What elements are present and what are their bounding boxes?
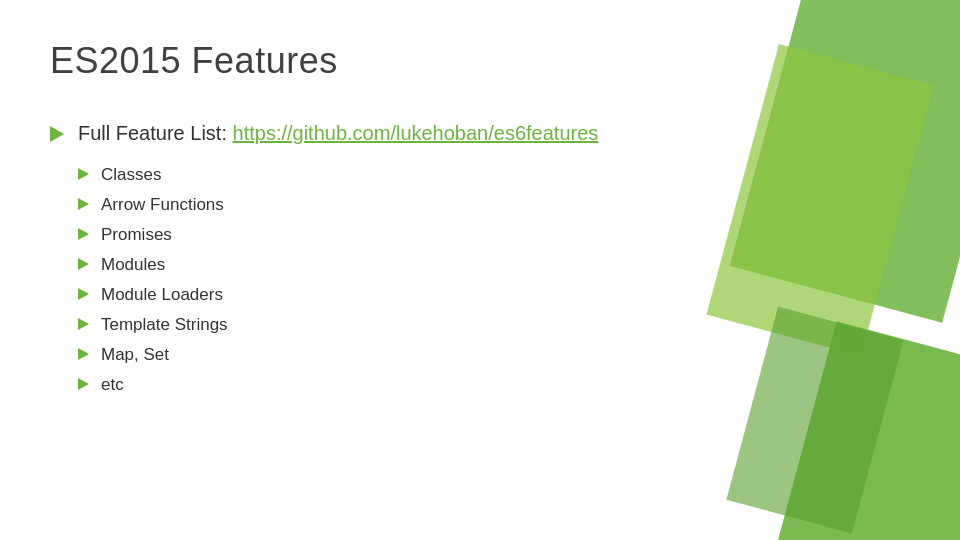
sub-bullet-marker <box>78 198 89 210</box>
sub-bullet-text: Module Loaders <box>101 285 223 305</box>
slide-title: ES2015 Features <box>50 40 910 82</box>
main-bullet-prefix: Full Feature List: <box>78 122 233 144</box>
slide-content: ES2015 Features Full Feature List: https… <box>0 0 960 540</box>
sub-bullet-text: Modules <box>101 255 165 275</box>
sub-bullet-item: etc <box>78 375 910 395</box>
sub-bullet-item: Module Loaders <box>78 285 910 305</box>
sub-bullet-marker <box>78 288 89 300</box>
sub-bullet-marker <box>78 228 89 240</box>
sub-bullet-item: Promises <box>78 225 910 245</box>
sub-bullet-item: Modules <box>78 255 910 275</box>
main-bullet-text: Full Feature List: https://github.com/lu… <box>78 122 598 145</box>
sub-bullet-marker <box>78 318 89 330</box>
sub-bullet-marker <box>78 378 89 390</box>
sub-bullet-marker <box>78 168 89 180</box>
sub-bullet-item: Classes <box>78 165 910 185</box>
sub-bullet-text: Classes <box>101 165 161 185</box>
sub-bullet-text: Map, Set <box>101 345 169 365</box>
main-bullet: Full Feature List: https://github.com/lu… <box>50 122 910 145</box>
feature-list-link[interactable]: https://github.com/lukehoban/es6features <box>233 122 599 144</box>
slide: ES2015 Features Full Feature List: https… <box>0 0 960 540</box>
sub-bullet-text: etc <box>101 375 124 395</box>
sub-bullet-item: Map, Set <box>78 345 910 365</box>
sub-bullet-marker <box>78 348 89 360</box>
main-bullet-marker <box>50 126 64 142</box>
sub-bullet-marker <box>78 258 89 270</box>
sub-bullet-text: Template Strings <box>101 315 228 335</box>
sub-bullet-text: Promises <box>101 225 172 245</box>
sub-bullets-list: ClassesArrow FunctionsPromisesModulesMod… <box>78 165 910 395</box>
sub-bullet-item: Template Strings <box>78 315 910 335</box>
sub-bullet-text: Arrow Functions <box>101 195 224 215</box>
sub-bullet-item: Arrow Functions <box>78 195 910 215</box>
